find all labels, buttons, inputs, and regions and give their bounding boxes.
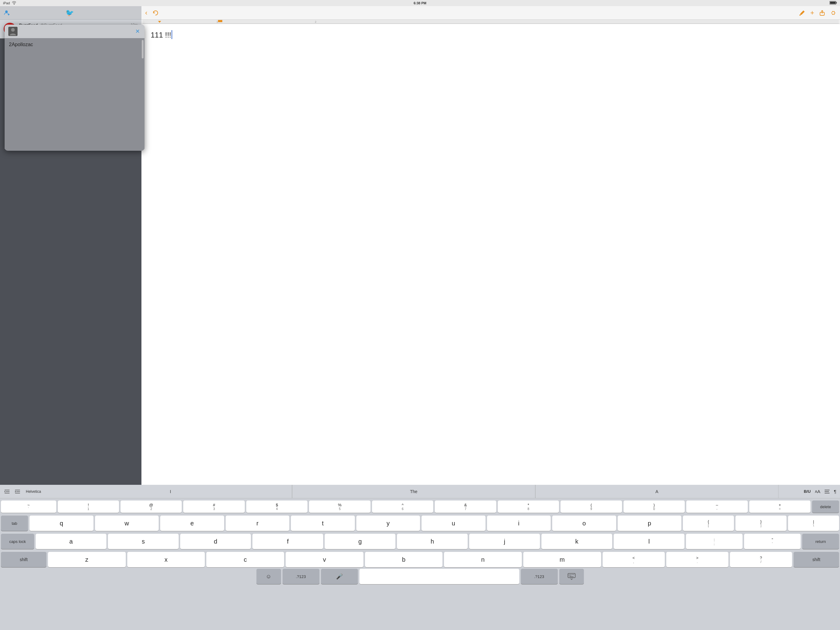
notes-text[interactable]: 111 !!! bbox=[141, 24, 420, 46]
dm-username: 2Apollozac bbox=[5, 38, 145, 50]
dm-body bbox=[5, 50, 145, 149]
text-cursor bbox=[172, 30, 172, 39]
undo-button[interactable] bbox=[152, 9, 159, 16]
svg-point-9 bbox=[11, 28, 15, 32]
back-button[interactable]: ‹ bbox=[145, 9, 147, 17]
split-view: 🐦 BF BuzzFeed @BuzzFeed bbox=[0, 6, 420, 315]
ruler-mark-2: 2 bbox=[315, 20, 316, 24]
twitter-panel: 🐦 BF BuzzFeed @BuzzFeed bbox=[0, 6, 141, 315]
dm-modal-header: ✕ bbox=[5, 25, 145, 38]
notes-toolbar: ‹ + bbox=[141, 6, 420, 20]
status-bar: iPad 6:38 PM bbox=[0, 0, 420, 6]
notes-ruler: 1 2 bbox=[141, 20, 420, 24]
notes-content-area[interactable]: 111 !!! bbox=[141, 24, 420, 315]
dm-modal: ✕ 2Apollozac bbox=[5, 25, 145, 151]
dm-avatar bbox=[8, 27, 17, 36]
ruler-indent-marker[interactable] bbox=[158, 21, 161, 23]
notes-panel: ‹ + bbox=[141, 6, 420, 315]
status-left: iPad bbox=[3, 1, 16, 5]
status-time: 6:38 PM bbox=[414, 1, 420, 5]
dm-close-button[interactable]: ✕ bbox=[134, 28, 141, 35]
ipad-label: iPad bbox=[3, 1, 10, 5]
twitter-header: 🐦 bbox=[0, 6, 141, 20]
ruler-tab-stop[interactable] bbox=[218, 20, 222, 22]
wifi-icon bbox=[12, 1, 16, 5]
dm-scrollbar[interactable] bbox=[142, 40, 144, 59]
twitter-logo: 🐦 bbox=[65, 9, 74, 17]
svg-point-3 bbox=[5, 11, 8, 13]
add-account-button[interactable] bbox=[4, 9, 11, 16]
